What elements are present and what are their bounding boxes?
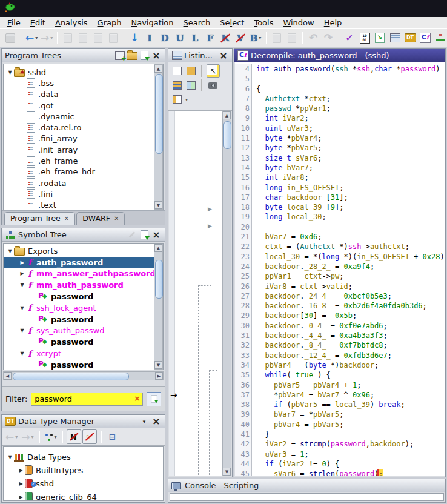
code-line[interactable]: 39 bVar7 = *pbVar5; bbox=[235, 409, 445, 419]
tab-close-icon[interactable]: × bbox=[64, 215, 69, 222]
snapshot-camera-icon[interactable] bbox=[207, 79, 219, 91]
menu-select[interactable]: Select bbox=[215, 17, 249, 28]
menu-tools[interactable]: Tools bbox=[249, 17, 278, 28]
collapse-all-button[interactable]: ⊟ bbox=[105, 429, 120, 444]
go-down-button[interactable]: ↓ bbox=[127, 31, 142, 45]
dropdown-caret-icon[interactable]: ▾ bbox=[259, 35, 261, 41]
expand-open-icon[interactable]: ▼ bbox=[18, 282, 26, 288]
code-line[interactable]: 40 pbVar4 = pbVar5; bbox=[235, 420, 445, 429]
hide-names-toggle[interactable]: N bbox=[67, 429, 81, 444]
letter-V-button[interactable]: V bbox=[233, 31, 248, 45]
code-line[interactable]: 15 int iVar8; bbox=[235, 173, 445, 182]
code-line[interactable]: 4int auth_password(ssh *ssh,char *passwo… bbox=[235, 64, 445, 74]
dtm-layout-button[interactable]: ▾ bbox=[44, 429, 58, 444]
edit-symbol-icon[interactable] bbox=[127, 230, 137, 240]
letter-F-button[interactable]: F bbox=[203, 31, 217, 45]
code-line[interactable]: 24 backdoor._28_2_ = 0xa9f4; bbox=[235, 262, 445, 271]
filter-input[interactable] bbox=[31, 393, 143, 406]
reapply-button[interactable] bbox=[106, 31, 121, 45]
dtm-row[interactable]: ▶✓sshd bbox=[4, 477, 163, 490]
scroll-right-icon[interactable]: ▶ bbox=[155, 372, 163, 380]
dtm-menu-icon[interactable]: ▾ bbox=[139, 416, 150, 427]
tree-row-section[interactable]: .fini bbox=[4, 188, 163, 199]
diff-view-icon[interactable] bbox=[185, 79, 197, 91]
close-listing-icon[interactable]: × bbox=[218, 50, 229, 61]
code-line[interactable]: 34 pbVar4 = (byte *)backdoor; bbox=[235, 360, 445, 370]
menu-edit[interactable]: Edit bbox=[25, 17, 50, 28]
edit-listing-caret-icon[interactable]: ▾ bbox=[185, 97, 188, 102]
clear-filter-icon[interactable]: × bbox=[134, 394, 141, 403]
expand-open-icon[interactable]: ▼ bbox=[6, 454, 14, 460]
undo-button[interactable]: ↶ bbox=[306, 31, 320, 45]
nav-back-button[interactable]: ←▾ bbox=[24, 31, 39, 45]
menu-file[interactable]: File bbox=[2, 17, 25, 28]
menu-navigation[interactable]: Navigation bbox=[126, 17, 178, 28]
scroll-left-icon[interactable]: ◀ bbox=[4, 372, 12, 380]
tree-row-section[interactable]: .fini_array bbox=[4, 133, 163, 144]
code-line[interactable]: 29 backdoor[30] = -0x5b; bbox=[235, 311, 445, 320]
scroll-up-icon[interactable]: ▲ bbox=[154, 244, 162, 252]
expand-open-icon[interactable]: ▼ bbox=[18, 351, 26, 356]
new-tree-icon[interactable] bbox=[114, 50, 125, 61]
code-line[interactable]: 37 *pbVar4 = bVar7 ^ 0x96; bbox=[235, 390, 445, 400]
edit-listing-icon[interactable] bbox=[171, 93, 183, 105]
dtm-forward-button[interactable]: →▾ bbox=[20, 429, 35, 444]
expand-closed-icon[interactable]: ▶ bbox=[17, 494, 25, 500]
define-data-button[interactable] bbox=[76, 31, 90, 45]
program-tree-scrollbar[interactable]: ▲ ▼ bbox=[154, 64, 163, 210]
tree-row-section[interactable]: .rodata bbox=[4, 177, 163, 188]
code-line[interactable]: 23 local_30 = *(long *)(in_FS_OFFSET + 0… bbox=[235, 252, 445, 262]
hide-pointers-toggle[interactable]: ☞ bbox=[82, 429, 97, 444]
letter-L-button[interactable]: L bbox=[188, 31, 202, 45]
dtm-back-button[interactable]: ←▾ bbox=[4, 429, 19, 444]
tree-row-section[interactable]: .bss bbox=[4, 78, 163, 88]
snapshot-in-button[interactable] bbox=[270, 31, 284, 45]
symbol-tree-scrollbar[interactable]: ▲ ▼ bbox=[154, 244, 163, 370]
expand-open-icon[interactable]: ▼ bbox=[6, 70, 14, 75]
symbol-tree-row[interactable]: ▶fauth_password bbox=[4, 257, 163, 268]
letter-B-button[interactable]: B▾ bbox=[248, 31, 263, 45]
listing-view-button[interactable] bbox=[388, 31, 402, 45]
code-line[interactable]: 6{ bbox=[235, 84, 445, 94]
code-line[interactable]: 36 pbVar5 = pbVar4 + 1; bbox=[235, 380, 445, 390]
menu-window[interactable]: Window bbox=[278, 17, 319, 28]
save-button[interactable] bbox=[3, 31, 18, 45]
symbol-tree-row[interactable]: ▼fssh_lock_agent bbox=[4, 302, 163, 314]
fields-icon[interactable] bbox=[171, 79, 183, 91]
dropdown-caret-icon[interactable]: ▾ bbox=[35, 35, 38, 41]
tab-dwarf[interactable]: DWARF × bbox=[76, 212, 125, 225]
letter-D-button[interactable]: D bbox=[157, 31, 172, 45]
code-line[interactable]: 21 bVar7 = 0xd6; bbox=[235, 232, 445, 242]
code-line[interactable]: 35 while( true ) { bbox=[235, 370, 445, 380]
code-line[interactable]: 8 passwd *ppVar1; bbox=[235, 104, 445, 113]
paste-icon[interactable] bbox=[185, 65, 197, 77]
filter-options-button[interactable] bbox=[147, 392, 161, 406]
symbol-tree-row[interactable]: ▼fmm_auth_password bbox=[4, 279, 163, 291]
tree-row-root[interactable]: ▼sshd bbox=[4, 67, 163, 78]
symbol-tree-hscrollbar[interactable]: ◀ ▶ bbox=[3, 371, 164, 380]
code-line[interactable]: 16 long in_FS_OFFSET; bbox=[235, 183, 445, 193]
code-line[interactable]: 32 backdoor._8_4_ = 0xf7bbfdc8; bbox=[235, 340, 445, 350]
close-program-trees-icon[interactable]: × bbox=[151, 50, 162, 61]
expand-open-icon[interactable]: ▼ bbox=[18, 305, 26, 311]
decompiler-button[interactable]: Cf bbox=[418, 31, 432, 45]
binary-editor-button[interactable]: 1001 bbox=[357, 31, 372, 45]
scroll-down-icon[interactable]: ▼ bbox=[154, 201, 162, 209]
dtm-row[interactable]: ▶generic_clib_64 bbox=[4, 490, 163, 501]
tree-row-section[interactable]: .data.rel.ro bbox=[4, 122, 163, 133]
letter-U-button[interactable]: U bbox=[173, 31, 187, 45]
symbol-tree-row[interactable]: P◆password bbox=[4, 359, 163, 370]
menu-analysis[interactable]: Analysis bbox=[50, 17, 93, 28]
code-line[interactable]: 12 byte *pbVar5; bbox=[235, 143, 445, 153]
code-line[interactable]: 17 char backdoor [31]; bbox=[235, 193, 445, 202]
dtm-row[interactable]: ▼Data Types bbox=[4, 450, 163, 463]
redo-button[interactable]: ↷ bbox=[321, 31, 336, 45]
tree-row-section[interactable]: .text bbox=[4, 200, 163, 210]
tab-close-icon[interactable]: × bbox=[114, 215, 119, 222]
code-line[interactable]: 10 uint uVar3; bbox=[235, 124, 445, 133]
code-line[interactable]: 33 backdoor._12_4_ = 0xfdb3d6e7; bbox=[235, 351, 445, 360]
tree-row-section[interactable]: .eh_frame_hdr bbox=[4, 167, 163, 177]
code-line[interactable]: 27 backdoor._24_4_ = 0xbcf0b5e3; bbox=[235, 291, 445, 301]
symbol-tree-row[interactable]: P◆password bbox=[4, 314, 163, 325]
open-folder-icon[interactable] bbox=[127, 50, 137, 61]
